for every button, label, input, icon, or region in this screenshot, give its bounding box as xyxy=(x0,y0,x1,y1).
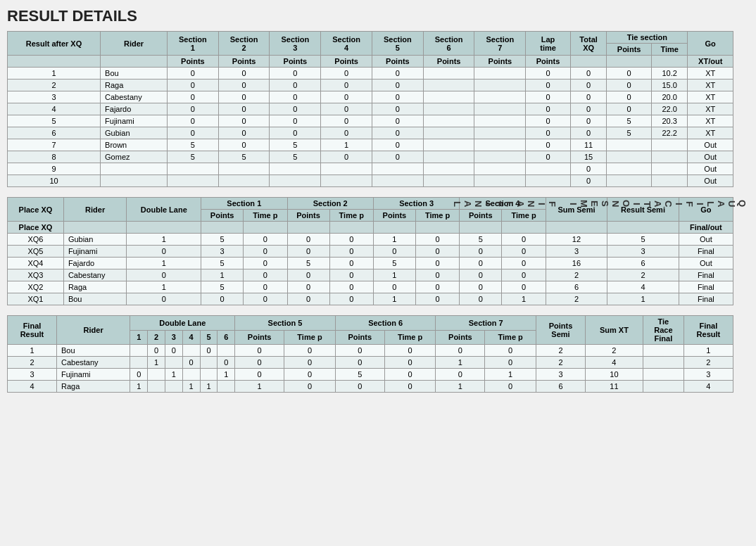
sf-cell: XQ5 xyxy=(8,246,64,258)
sf-cell: 12 xyxy=(546,234,607,246)
sf-s4-time-sub xyxy=(502,222,546,234)
sf-cell: 0 xyxy=(373,246,415,258)
qual-cell: 5 xyxy=(218,151,270,163)
f-cell: 0 xyxy=(485,357,536,369)
qual-cell: 0 xyxy=(218,127,270,139)
f-s5-pts: Points xyxy=(235,330,284,345)
qual-cell: 0 xyxy=(270,115,321,127)
qual-cell: 0 xyxy=(607,91,652,103)
table-row: XQ1Bou00000100121Final xyxy=(8,293,733,305)
qual-cell: 0 xyxy=(167,115,218,127)
qual-cell xyxy=(526,175,571,187)
f-cell: 0 xyxy=(130,369,148,381)
col-rider: Rider xyxy=(101,32,168,56)
table-row: XQ5Fujinami03000000033Final xyxy=(8,246,733,258)
qual-cell: 0 xyxy=(526,68,571,80)
sf-cell: 0 xyxy=(244,258,287,269)
sf-cell: Gubian xyxy=(63,234,127,246)
qual-cell xyxy=(651,175,687,187)
f-cell: 0 xyxy=(284,345,336,357)
f-cell: 0 xyxy=(200,345,218,357)
qual-cell: 0 xyxy=(607,80,652,91)
sf-s3-pts: Points xyxy=(373,210,415,222)
sf-cell: Raga xyxy=(63,281,127,293)
sf-cell: 1 xyxy=(607,293,679,305)
f-cell: 5 xyxy=(335,369,384,381)
f-col-rider: Rider xyxy=(56,316,130,345)
col-tie-time: Time xyxy=(651,44,687,56)
sf-cell: 5 xyxy=(201,258,244,269)
qual-cell: Cabestany xyxy=(101,91,168,103)
sf-cell: 0 xyxy=(287,281,329,293)
table-row: XQ4Fajardo150505000166Out xyxy=(8,258,733,269)
sf-cell: 0 xyxy=(201,293,244,305)
f-cell: 0 xyxy=(436,345,485,357)
sf-label: S E M I F I N A L xyxy=(505,200,610,210)
sf-cell: 0 xyxy=(460,246,502,258)
f-label: F I N A L xyxy=(452,201,505,209)
sf-cell: 0 xyxy=(127,269,201,281)
table-row: XQ2Raga15000000064Final xyxy=(8,281,733,293)
total-empty xyxy=(570,56,606,68)
side-label: Q U A L I F I C A T I O N S E M I F I N … xyxy=(733,7,749,402)
f-cell: 2 xyxy=(585,345,643,357)
sf-cell: 0 xyxy=(415,258,459,269)
f-cell xyxy=(643,381,683,393)
f-cell: 0 xyxy=(335,345,384,357)
qual-cell: 0 xyxy=(372,127,423,139)
qual-cell xyxy=(270,175,321,187)
f-cell: 1 xyxy=(148,357,165,369)
sf-cell: 0 xyxy=(287,246,329,258)
qual-cell: 2 xyxy=(8,80,101,91)
qual-cell: 0 xyxy=(218,91,270,103)
f-cell: 0 xyxy=(384,369,436,381)
sf-s3-time-sub xyxy=(415,222,459,234)
table-row: 2Cabestany100000010242 xyxy=(8,357,733,369)
qual-cell: Brown xyxy=(101,139,168,151)
qual-cell: 5 xyxy=(8,115,101,127)
qual-cell: 5 xyxy=(167,151,218,163)
sf-s2-time-sub xyxy=(329,222,373,234)
qual-cell xyxy=(651,163,687,175)
col-tie-points: Points xyxy=(607,44,652,56)
qual-cell xyxy=(423,91,474,103)
qual-cell: 5 xyxy=(270,151,321,163)
table-row: 90Out xyxy=(8,163,733,175)
qual-cell: Fujinami xyxy=(101,115,168,127)
sf-cell: 4 xyxy=(607,281,679,293)
col-result-after-xq: Result after XQ xyxy=(8,32,101,56)
sf-cell: 1 xyxy=(127,234,201,246)
qual-label: Q U A L I F I C A T I O N xyxy=(610,200,748,209)
sf-cell: Bou xyxy=(63,293,127,305)
sf-cell: 0 xyxy=(460,281,502,293)
qual-cell: 0 xyxy=(321,80,372,91)
f-cell: Cabestany xyxy=(56,357,130,369)
f-s6-time: Time p xyxy=(384,330,436,345)
qual-cell: 0 xyxy=(526,80,571,91)
col-s5: Section5 xyxy=(372,32,423,56)
sf-cell: 0 xyxy=(460,293,502,305)
qual-cell: Bou xyxy=(101,68,168,80)
f-cell xyxy=(643,369,683,381)
qual-cell: 0 xyxy=(570,163,606,175)
f-cell: 0 xyxy=(235,369,284,381)
sf-cell: 1 xyxy=(127,258,201,269)
f-cell xyxy=(218,381,235,393)
qual-cell xyxy=(423,175,474,187)
qual-cell: 0 xyxy=(526,115,571,127)
qual-cell: 0 xyxy=(218,68,270,80)
qual-cell xyxy=(372,163,423,175)
f-dl1: 1 xyxy=(130,330,148,345)
qual-cell: 8 xyxy=(8,151,101,163)
f-cell: 4 xyxy=(8,381,57,393)
f-cell: 1 xyxy=(8,345,57,357)
sf-s2-pts-sub xyxy=(287,222,329,234)
qual-cell: XT xyxy=(688,103,733,115)
table-row: 3Cabestany0000000020.0XT xyxy=(8,91,733,103)
f-col-final-result: FinalResult xyxy=(683,316,733,345)
qualification-section: Result after XQ Rider Section1 Section2 … xyxy=(7,31,733,187)
table-row: XQ6Gubian150001050125Out xyxy=(8,234,733,246)
qual-cell xyxy=(423,80,474,91)
qual-cell: 0 xyxy=(167,91,218,103)
sf-col-s1: Section 1 xyxy=(201,198,287,210)
